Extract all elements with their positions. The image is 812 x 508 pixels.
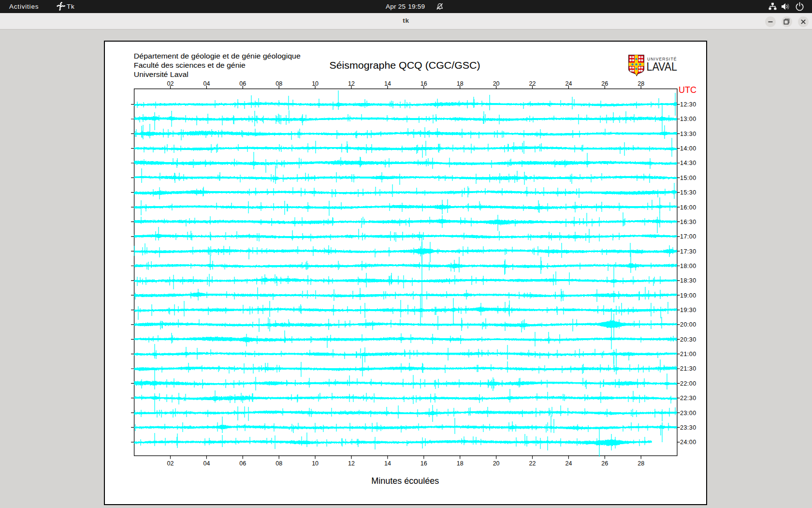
- svg-text:10: 10: [312, 460, 319, 467]
- svg-text:UTC: UTC: [679, 85, 696, 95]
- svg-text:22: 22: [529, 460, 536, 467]
- svg-text:18: 18: [457, 460, 464, 467]
- svg-text:20: 20: [493, 460, 500, 467]
- svg-text:22: 22: [529, 80, 536, 87]
- svg-text:24:00: 24:00: [680, 439, 696, 446]
- svg-text:24: 24: [565, 80, 572, 87]
- svg-text:14:00: 14:00: [680, 145, 696, 152]
- svg-text:20: 20: [493, 80, 500, 87]
- svg-text:04: 04: [203, 80, 210, 87]
- svg-text:02: 02: [167, 460, 174, 467]
- svg-text:23:00: 23:00: [680, 410, 696, 417]
- svg-text:28: 28: [638, 80, 644, 87]
- svg-text:23:30: 23:30: [680, 424, 696, 431]
- svg-text:18: 18: [457, 80, 464, 87]
- svg-text:26: 26: [601, 460, 608, 467]
- svg-text:14:30: 14:30: [680, 160, 696, 166]
- svg-text:12:30: 12:30: [680, 101, 696, 108]
- svg-text:08: 08: [276, 460, 282, 467]
- svg-text:Minutes écoulées: Minutes écoulées: [371, 476, 439, 486]
- svg-text:LAVAL: LAVAL: [647, 60, 678, 73]
- svg-text:17:00: 17:00: [680, 233, 696, 240]
- svg-text:21:00: 21:00: [680, 351, 696, 358]
- svg-text:10: 10: [312, 80, 319, 87]
- svg-text:Séismographe QCQ (CGC/GSC): Séismographe QCQ (CGC/GSC): [330, 60, 480, 71]
- svg-text:19:30: 19:30: [680, 307, 696, 314]
- svg-text:12: 12: [348, 80, 355, 87]
- svg-text:22:00: 22:00: [680, 380, 696, 387]
- svg-text:Faculté des sciences et de gén: Faculté des sciences et de génie: [134, 61, 246, 69]
- svg-text:Département de géologie et de: Département de géologie et de génie géol…: [134, 52, 301, 60]
- svg-text:13:30: 13:30: [680, 131, 696, 137]
- svg-text:21:30: 21:30: [680, 365, 696, 372]
- svg-text:13:00: 13:00: [680, 116, 696, 122]
- svg-text:19:00: 19:00: [680, 292, 696, 299]
- svg-text:08: 08: [276, 80, 282, 87]
- svg-text:18:30: 18:30: [680, 277, 696, 284]
- svg-text:14: 14: [384, 460, 391, 467]
- svg-text:16: 16: [420, 460, 427, 467]
- svg-text:02: 02: [167, 80, 174, 87]
- svg-text:16:00: 16:00: [680, 204, 696, 211]
- svg-text:28: 28: [638, 460, 644, 467]
- svg-text:17:30: 17:30: [680, 248, 696, 255]
- svg-text:06: 06: [239, 460, 246, 467]
- svg-text:14: 14: [384, 80, 391, 87]
- svg-text:15:00: 15:00: [680, 175, 696, 181]
- svg-text:20:30: 20:30: [680, 336, 696, 343]
- svg-text:26: 26: [601, 80, 608, 87]
- svg-text:16: 16: [420, 80, 427, 87]
- svg-text:22:30: 22:30: [680, 395, 696, 402]
- svg-text:20:00: 20:00: [680, 321, 696, 328]
- svg-text:24: 24: [565, 460, 572, 467]
- svg-text:04: 04: [203, 460, 210, 467]
- svg-text:16:30: 16:30: [680, 219, 696, 225]
- svg-text:12: 12: [348, 460, 355, 467]
- svg-text:15:30: 15:30: [680, 189, 696, 196]
- svg-text:Université Laval: Université Laval: [134, 71, 188, 78]
- svg-text:06: 06: [239, 80, 246, 87]
- svg-text:18:00: 18:00: [680, 263, 696, 269]
